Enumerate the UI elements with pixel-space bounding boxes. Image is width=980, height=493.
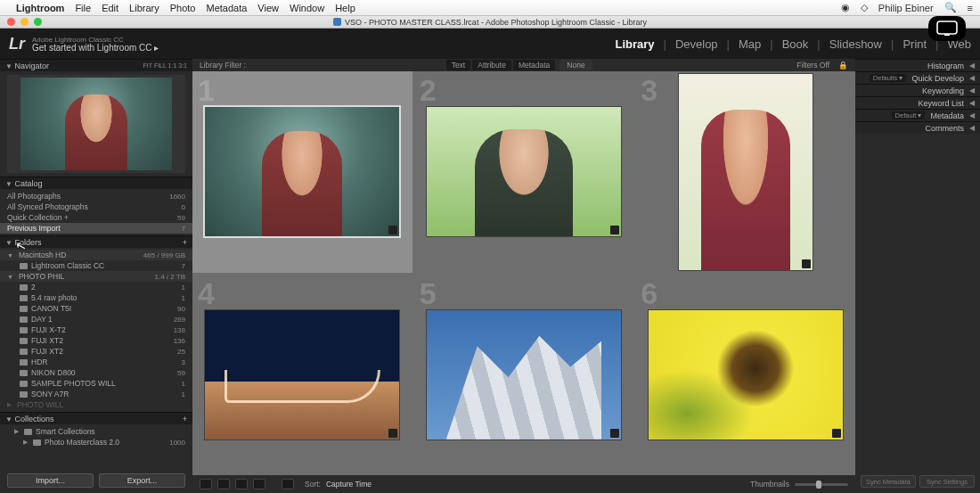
wifi-icon[interactable]: ◇: [861, 2, 868, 13]
module-slideshow[interactable]: Slideshow: [829, 37, 882, 51]
volume-row-collapsed[interactable]: ▶PHOTO WILL: [0, 399, 192, 410]
view-loupe-button[interactable]: [217, 479, 230, 489]
view-survey-button[interactable]: [253, 479, 265, 489]
filters-off[interactable]: Filters Off: [791, 60, 835, 70]
navigator-preview[interactable]: [7, 75, 185, 173]
menu-view[interactable]: View: [257, 3, 279, 13]
folder-row[interactable]: 21: [0, 282, 192, 292]
thumbnail-size-slider[interactable]: [795, 483, 848, 486]
painter-tool-button[interactable]: [282, 479, 294, 489]
navigator-zoom-modes[interactable]: FIT FILL 1:1 3:1: [143, 62, 187, 69]
folders-header[interactable]: ▼ Folders+: [0, 235, 192, 248]
grid-cell[interactable]: 6: [635, 275, 855, 476]
grid-cell[interactable]: 5: [414, 275, 634, 476]
module-picker: Library| Develop| Map| Book| Slideshow| …: [615, 37, 971, 51]
right-panel-header[interactable]: Defaults ▾Quick Develop◀: [855, 71, 980, 84]
close-icon[interactable]: [7, 18, 15, 26]
right-panel-header[interactable]: Comments◀: [855, 121, 980, 134]
grid-cell[interactable]: 1: [192, 71, 412, 273]
sync-settings-button[interactable]: Sync Settings: [919, 475, 975, 488]
import-button[interactable]: Import...: [7, 473, 94, 488]
thumb-badge-icon[interactable]: [802, 259, 811, 268]
collection-row[interactable]: ▶Photo Masterclass 2.01000: [0, 437, 192, 448]
folder-row[interactable]: DAY 1289: [0, 314, 192, 325]
menu-metadata[interactable]: Metadata: [206, 3, 247, 13]
right-panel-header[interactable]: Default ▾Metadata◀: [855, 109, 980, 121]
zoom-icon[interactable]: [34, 18, 42, 26]
catalog-item[interactable]: All Synced Photographs0: [0, 201, 192, 212]
library-filter-bar: Library Filter : Text Attribute Metadata…: [192, 59, 855, 71]
grid-cell[interactable]: 3: [635, 71, 855, 273]
volume-row[interactable]: ▼Macintosh HD465 / 999 GB: [0, 250, 192, 260]
catalog-item[interactable]: All Photographs1660: [0, 191, 192, 201]
grid-toolbar: Sort: Capture Time Thumbnails: [192, 475, 855, 493]
catalog-item[interactable]: Previous Import7: [0, 223, 192, 234]
folder-row[interactable]: CANON T5I90: [0, 303, 192, 314]
volume-row[interactable]: ▼PHOTO PHIL1.4 / 2 TB: [0, 271, 192, 282]
thumb-badge-icon[interactable]: [388, 429, 397, 438]
menu-edit[interactable]: Edit: [102, 3, 118, 13]
module-book[interactable]: Book: [782, 37, 809, 51]
right-panel-header[interactable]: Keyword List◀: [855, 96, 980, 109]
menu-library[interactable]: Library: [129, 3, 159, 13]
folder-row[interactable]: HDR3: [0, 357, 192, 367]
add-folder-icon[interactable]: +: [183, 238, 187, 247]
catalog-header[interactable]: ▼ Catalog: [0, 177, 192, 189]
cc-status-icon[interactable]: ◉: [841, 2, 850, 13]
right-panel-header[interactable]: Keywording◀: [855, 84, 980, 96]
menu-file[interactable]: File: [75, 3, 91, 13]
thumb-badge-icon[interactable]: [610, 226, 619, 234]
sync-metadata-button[interactable]: Sync Metadata: [861, 475, 916, 488]
svg-rect-1: [944, 34, 950, 36]
export-button[interactable]: Export...: [99, 473, 185, 488]
thumb-badge-icon[interactable]: [388, 226, 397, 234]
menu-help[interactable]: Help: [335, 3, 355, 13]
catalog-item[interactable]: Quick Collection +59: [0, 212, 192, 223]
right-panel-header[interactable]: Histogram◀: [855, 59, 980, 71]
folder-row[interactable]: FUJI XT225: [0, 346, 192, 357]
menu-extra-icon[interactable]: ≡: [968, 3, 973, 13]
thumb-badge-icon[interactable]: [832, 429, 841, 438]
filter-metadata[interactable]: Metadata: [513, 60, 555, 70]
app-menu[interactable]: Lightroom: [16, 3, 64, 13]
folder-row[interactable]: FUJI X-T2138: [0, 325, 192, 335]
menu-window[interactable]: Window: [290, 3, 324, 13]
thumbnail-grid[interactable]: 1 2 3 4 5 6: [192, 71, 855, 475]
add-collection-icon[interactable]: +: [183, 415, 187, 423]
window-titlebar: VSO - PHOTO MASTER CLASS.lrcat - Adobe P…: [0, 16, 980, 29]
spotlight-icon[interactable]: 🔍: [944, 2, 957, 13]
filter-text[interactable]: Text: [446, 60, 471, 70]
module-print[interactable]: Print: [902, 37, 927, 51]
navigator-header[interactable]: ▼ Navigator FIT FILL 1:1 3:1: [0, 59, 192, 71]
folder-row[interactable]: 5.4 raw photo1: [0, 292, 192, 303]
collections-header[interactable]: ▼ Collections+: [0, 412, 192, 424]
folder-row[interactable]: FUJI XT2136: [0, 335, 192, 346]
folder-row[interactable]: SAMPLE PHOTOS WILL1: [0, 378, 192, 389]
menu-photo[interactable]: Photo: [170, 3, 196, 13]
module-map[interactable]: Map: [739, 37, 761, 51]
folder-row[interactable]: NIKON D80059: [0, 367, 192, 378]
filter-none[interactable]: None: [559, 60, 592, 70]
right-panel: Histogram◀Defaults ▾Quick Develop◀Keywor…: [855, 59, 980, 493]
lightroom-logo: Lr: [9, 35, 25, 53]
view-grid-button[interactable]: [200, 479, 212, 489]
collection-row[interactable]: ▶Smart Collections: [0, 426, 192, 437]
module-library[interactable]: Library: [615, 37, 654, 51]
filter-attribute[interactable]: Attribute: [472, 60, 511, 70]
grid-cell[interactable]: 2: [414, 71, 634, 273]
screen-record-indicator[interactable]: [928, 16, 966, 41]
sort-label: Sort:: [305, 480, 321, 489]
folder-row[interactable]: Lightroom Classic CC7: [0, 260, 192, 271]
folder-row[interactable]: SONY A7R1: [0, 389, 192, 399]
center-panel: Library Filter : Text Attribute Metadata…: [192, 59, 855, 493]
minimize-icon[interactable]: [20, 18, 29, 26]
thumb-badge-icon[interactable]: [610, 429, 619, 438]
module-develop[interactable]: Develop: [675, 37, 718, 51]
filter-lock-icon[interactable]: 🔒: [838, 61, 848, 70]
sort-value[interactable]: Capture Time: [326, 480, 372, 489]
macos-menubar[interactable]: Lightroom File Edit Library Photo Metada…: [0, 0, 980, 16]
document-icon: [333, 18, 341, 26]
view-compare-button[interactable]: [235, 479, 248, 489]
grid-cell[interactable]: 4: [192, 275, 412, 476]
identity-plate[interactable]: Get started with Lightroom CC ▸: [32, 44, 159, 52]
